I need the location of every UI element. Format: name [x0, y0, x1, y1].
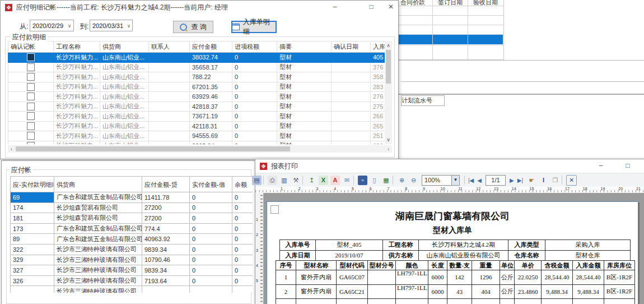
payable-detail-row[interactable]: 长沙万科魅力...山东南山铝业...94555.690型材251 — [8, 131, 385, 141]
payable-account-row[interactable]: 329长沙市三湘特种玻璃有限公司10790.4600 — [11, 255, 253, 265]
save-icon[interactable]: ▫ — [358, 176, 367, 185]
payable-detail-titlebar[interactable]: ❖ 应付明细记帐------当前工程: 长沙万科魅力之城4.2期------当前… — [1, 1, 398, 14]
column-header[interactable]: 确认日期 — [332, 42, 371, 53]
payable-detail-row[interactable]: 长沙万科魅力...山东南山铝业...788.220型材358 — [8, 72, 385, 82]
vertical-scrollbar[interactable]: ∧ ∨ — [385, 41, 392, 144]
print-preview-area[interactable]: 12345 湖南巨晟门窗幕墙有限公司 型材入库单 入库单号型材_405工程名称长… — [255, 193, 644, 304]
next-page-icon[interactable]: ▶ — [510, 177, 514, 183]
table-header-row[interactable]: 确认记帐工程名称供货商联系人应付金额进项税额摘要确认日期入库 — [8, 42, 385, 53]
minimize-button[interactable]: – — [330, 2, 340, 12]
payable-detail-row[interactable]: 长沙万科魅力...山东南山铝业...73671.190型材266 — [8, 112, 385, 122]
payable-account-row[interactable]: 长沙市三湘特种玻璃有限公司 — [11, 286, 253, 293]
first-page-icon[interactable]: |◀ — [468, 177, 474, 183]
payable-account-row[interactable]: 322长沙市三湘特种玻璃有限公司9839.3400 — [11, 244, 253, 255]
scroll-left-icon[interactable]: ‹ — [8, 146, 15, 153]
export-icon[interactable]: ↥ — [307, 176, 316, 185]
panel-icon[interactable]: ▤ — [252, 176, 262, 185]
last-page-icon[interactable]: ▶| — [517, 177, 523, 183]
confirm-checkbox[interactable] — [27, 122, 35, 130]
confirm-checkbox[interactable] — [27, 83, 35, 91]
prev-page-icon[interactable]: ◀ — [477, 177, 482, 183]
payable-account-row[interactable]: 69广东合和建筑五金制品有限公司11411.7800 — [11, 192, 253, 203]
payable-detail-row[interactable]: 长沙万科魅力...山东南山铝业...35658.170型材376 — [8, 62, 385, 72]
ruler-number: 7 — [388, 187, 390, 191]
table-header-row[interactable]: 应-实付款明细ID供货商应付金额-贷实付金额-借余额 — [11, 177, 253, 192]
cell-payable: 11411.78 — [142, 192, 190, 203]
hand-tool-icon[interactable]: ☛ — [527, 176, 536, 185]
close-button[interactable]: ✕ — [641, 161, 644, 171]
scrollbar-thumb[interactable] — [16, 146, 290, 151]
text-select-icon[interactable]: I — [539, 176, 548, 185]
confirm-checkbox[interactable] — [27, 73, 35, 81]
cell-inbound: 376 — [371, 62, 385, 72]
payable-account-row[interactable]: 89广东合和建筑五金制品有限公司40963.9200 — [11, 234, 253, 245]
payable-detail-row[interactable]: 长沙万科魅力...山东南山铝业...38032.740型材405 — [8, 53, 385, 63]
confirm-checkbox[interactable] — [27, 142, 35, 144]
payable-detail-row[interactable]: 长沙万科魅力...山东南山铝业...67201.350型材283 — [8, 82, 385, 92]
inbound-detail-button[interactable]: 入库单明细 — [231, 21, 277, 33]
column-header[interactable]: 工程名称 — [54, 42, 100, 53]
payable-account-row[interactable]: 181长沙坦森贸易有限公司2720000 — [11, 213, 253, 224]
detail-cell — [368, 270, 396, 285]
excel-icon[interactable]: X — [319, 176, 328, 185]
mail-icon[interactable]: ✉ — [342, 176, 352, 185]
grid-icon[interactable]: ▦ — [381, 176, 391, 185]
payable-account-row[interactable]: 327长沙市三湘特种玻璃有限公司9839.3400 — [11, 265, 253, 276]
close-preview-icon[interactable]: ✕ — [566, 175, 577, 186]
confirm-checkbox[interactable] — [27, 63, 35, 71]
confirm-checkbox[interactable] — [27, 53, 35, 61]
column-header[interactable]: 供货商 — [100, 42, 149, 53]
scroll-up-icon[interactable]: ∧ — [385, 42, 392, 49]
zoom-level-combo[interactable]: 100% ▼ — [422, 175, 460, 186]
scroll-down-icon[interactable]: ∨ — [385, 136, 392, 143]
payable-detail-row[interactable]: 长沙万科魅力...山东南山铝业...3895.840型材250 — [8, 141, 385, 144]
cell-payable: 774.4 — [142, 223, 190, 234]
payable-detail-row[interactable]: 长沙万科魅力...山东南山铝业...42118.310型材265 — [8, 121, 385, 131]
confirm-checkbox[interactable] — [27, 103, 35, 110]
payable-detail-row[interactable]: 长沙万科魅力...山东南山铝业...42818.370型材275 — [8, 102, 385, 112]
scrollbar-thumb[interactable] — [386, 50, 391, 84]
column-header[interactable]: 入库 — [371, 42, 385, 53]
column-header[interactable]: 实付金额-借 — [190, 177, 232, 192]
query-button[interactable]: 查 询 — [173, 21, 213, 33]
from-date-combo[interactable]: 2020/02/29∨ — [30, 20, 74, 31]
to-date-combo[interactable]: 2020/03/31∨ — [90, 20, 133, 31]
payable-account-row[interactable]: 174长沙坦森贸易有限公司2720000 — [11, 202, 253, 213]
scroll-right-icon[interactable]: › — [385, 146, 392, 153]
confirm-checkbox[interactable] — [27, 93, 35, 100]
column-header[interactable]: 应-实付款明细ID — [11, 177, 54, 192]
print-icon[interactable]: ⎙ — [268, 176, 277, 185]
minimize-button[interactable]: – — [596, 161, 606, 171]
close-button[interactable]: ✕ — [386, 2, 396, 12]
payable-account-row[interactable]: 173广东合和建筑五金制品有限公司774.400 — [11, 223, 253, 234]
plan-serial-field[interactable]: 计划流水号 — [401, 95, 445, 106]
zoom-in-icon[interactable]: ⊕ — [397, 176, 407, 185]
tools-icon[interactable]: ⚒ — [291, 176, 301, 185]
horizontal-scrollbar[interactable]: ‹ › — [8, 145, 392, 153]
pdf-icon[interactable]: A — [330, 176, 340, 185]
maximize-button[interactable]: □ — [366, 2, 376, 12]
info-value: 型材_405 — [316, 240, 383, 251]
page-icon[interactable]: ▯ — [370, 176, 379, 185]
book-icon[interactable]: ▥ — [279, 176, 289, 185]
detail-cell: 28,544.40 — [542, 270, 573, 285]
confirm-checkbox[interactable] — [27, 112, 35, 120]
column-header[interactable]: 应付金额-贷 — [142, 177, 190, 192]
column-header[interactable]: 摘要 — [277, 42, 332, 53]
column-header[interactable]: 进项税额 — [232, 42, 277, 53]
confirm-checkbox[interactable] — [27, 132, 35, 140]
report-print-titlebar[interactable]: ❖ 报表打印 – □ ✕ — [255, 159, 644, 173]
copy-icon[interactable]: ❐ — [550, 176, 560, 185]
column-header[interactable]: 余额 — [232, 177, 253, 192]
zoom-out-icon[interactable]: ⊖ — [409, 176, 418, 185]
column-header[interactable]: 应付金额 — [190, 42, 232, 53]
payable-account-row[interactable]: 326长沙市三湘特种玻璃有限公司7193.6400 — [11, 275, 253, 286]
column-header[interactable]: 供货商 — [54, 177, 142, 192]
ruler-number: 6 — [370, 187, 372, 191]
ruler-number: 1 — [256, 218, 258, 222]
column-header[interactable]: 联系人 — [149, 42, 190, 53]
column-header[interactable]: 确认记帐 — [8, 42, 54, 53]
page-number-field[interactable]: 1/1 — [486, 175, 506, 186]
payable-detail-row[interactable]: 长沙万科魅力...山东南山铝业...63929.460型材276 — [8, 92, 385, 102]
maximize-button[interactable]: □ — [623, 161, 633, 171]
